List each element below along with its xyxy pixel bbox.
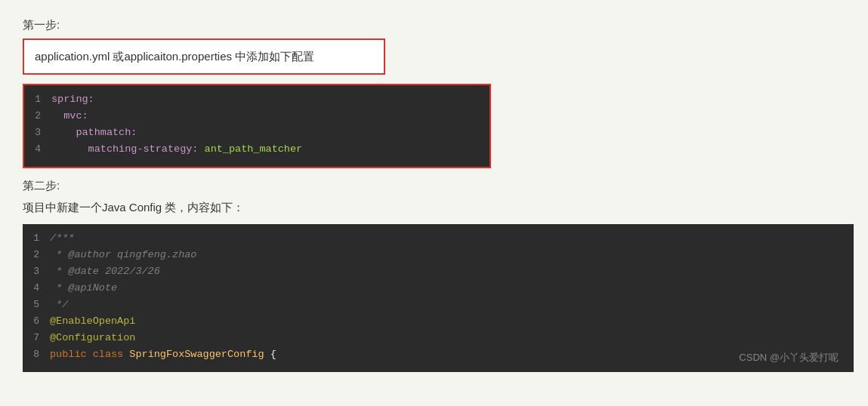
line-number: 8 [23,349,50,360]
step2-description: 项目中新建一个Java Config 类，内容如下： [23,201,845,215]
yaml-code-line: 1spring: [24,93,490,109]
line-number: 4 [24,143,51,155]
line-number: 5 [23,299,50,310]
java-code-line: 2 * @author qingfeng.zhao [23,248,854,265]
yaml-code-line: 2 mvc: [24,109,490,126]
line-number: 2 [24,110,51,121]
line-number: 6 [23,315,50,327]
line-number: 2 [23,249,50,260]
line-number: 7 [23,332,50,343]
step1-description: application.yml 或applicaiton.properties … [35,48,373,66]
step2-code-block: 1/***2 * @author qingfeng.zhao3 * @date … [23,224,854,372]
line-content: public class SpringFoxSwaggerConfig { [50,349,276,360]
line-content: @EnableOpenApi [50,315,135,327]
yaml-code-line: 3 pathmatch: [24,126,490,143]
line-content: matching-strategy: ant_path_matcher [51,143,302,155]
line-content: * @author qingfeng.zhao [50,249,196,260]
java-code-line: 3 * @date 2022/3/26 [23,265,854,281]
java-code-line: 5 */ [23,298,854,315]
line-number: 1 [23,232,50,244]
java-code-line: 7@Configuration [23,331,854,348]
line-content: * @date 2022/3/26 [50,266,160,277]
step1-label: 第一步: [23,18,845,32]
step2-section: 第二步: 项目中新建一个Java Config 类，内容如下： 1/***2 *… [23,179,845,372]
line-number: 3 [23,266,50,277]
java-code-line: 8public class SpringFoxSwaggerConfig { [23,348,854,364]
step1-code-block: 1spring:2 mvc:3 pathmatch:4 matching-str… [24,85,490,167]
step1-description-box: application.yml 或applicaiton.properties … [23,38,385,75]
java-code-line: 1/*** [23,232,854,248]
step2-label: 第二步: [23,179,845,193]
line-number: 1 [24,94,51,105]
line-content: */ [50,299,68,310]
line-content: spring: [51,94,94,105]
watermark: CSDN @小丫头爱打呢 [739,351,839,364]
java-code-line: 6@EnableOpenApi [23,315,854,331]
line-content: pathmatch: [51,127,137,138]
line-content: * @apiNote [50,282,117,294]
line-content: mvc: [51,110,88,121]
java-code-line: 4 * @apiNote [23,281,854,298]
line-number: 4 [23,282,50,294]
line-content: @Configuration [50,332,135,343]
line-content: /*** [50,232,74,244]
yaml-code-line: 4 matching-strategy: ant_path_matcher [24,143,490,159]
step1-section: 第一步: application.yml 或applicaiton.proper… [23,18,845,168]
step1-code-block-wrapper: 1spring:2 mvc:3 pathmatch:4 matching-str… [23,84,491,168]
line-number: 3 [24,127,51,138]
